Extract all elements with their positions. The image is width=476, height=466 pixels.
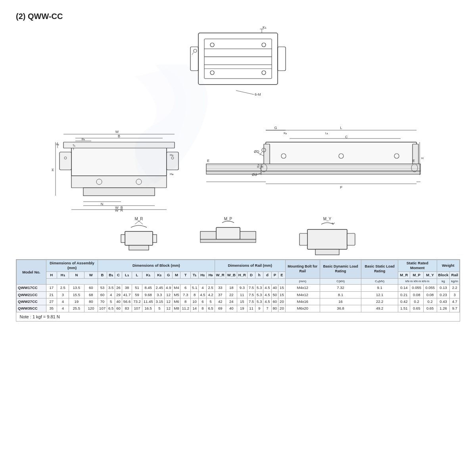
sub-HR: H_R [237,272,247,278]
data-cell: 0.65 [410,305,423,312]
sub-C: C [115,272,122,278]
data-cell: M4 [173,285,180,291]
data-cell: 3.3 [154,291,165,298]
data-cell: 16 [320,298,361,305]
data-cell: 4 [57,305,69,312]
svg-text:H: H [52,169,55,171]
svg-rect-99 [299,233,307,245]
sub-L1: L₁ [122,272,132,278]
svg-text:B: B [118,134,120,138]
svg-rect-98 [307,229,347,249]
sub-MY: M_Y [423,272,437,278]
unit-C: C(kN) [320,279,361,285]
svg-rect-26 [63,142,175,148]
svg-line-87 [135,221,139,224]
data-cell: 60 [98,291,107,298]
data-cell: 0.43 [437,298,450,305]
data-cell: 11 [247,305,255,312]
data-cell: 29 [115,291,122,298]
data-cell: 8 [180,298,191,305]
sub-T: T [180,272,191,278]
data-cell: 3.5 [107,285,115,291]
col-static-moment: Static Rated Moment [398,260,437,272]
svg-rect-25 [71,144,167,176]
data-cell: 5 [207,298,215,305]
col-dim-block: Dimensions of Block (mm) [98,260,215,272]
svg-point-9 [262,71,266,75]
data-cell: 9 [255,305,263,312]
data-cell: 59 [132,291,142,298]
svg-text:M_Y: M_Y [323,217,332,221]
data-cell: 6.5 [207,305,215,312]
svg-text:N: N [101,202,104,206]
svg-text:P: P [340,185,342,189]
svg-text:L₁: L₁ [325,131,328,135]
data-cell: 33 [215,285,226,291]
svg-rect-96 [200,239,256,243]
sub-B: B [98,272,107,278]
data-cell: 6 [180,285,191,291]
svg-text:W_R: W_R [115,208,123,212]
svg-rect-91 [153,235,157,243]
data-cell: M4x12 [285,291,320,298]
svg-line-17 [236,91,254,94]
data-cell: 50 [271,291,278,298]
svg-text:H₂: H₂ [170,153,173,157]
data-cell: 11.2 [180,305,191,312]
data-cell: 60 [84,285,98,291]
data-cell: 56.6 [122,298,132,305]
sub-MR: M_R [398,272,410,278]
data-cell: 7 [263,305,271,312]
unit-block-wt: kg [437,279,450,285]
sub-MP: M_P [410,272,423,278]
data-cell: 19 [69,298,84,305]
data-cell: 0.13 [437,285,450,291]
data-cell: 21 [46,291,57,298]
data-cell: 3 [57,291,69,298]
svg-text:H₁: H₁ [56,143,59,146]
data-cell: 3.15 [154,298,165,305]
data-cell: 6 [199,298,207,305]
model-cell: QWW27CC [17,298,46,305]
data-cell: 0.2 [423,298,437,305]
model-cell: QWW21CC [17,291,46,298]
svg-text:W: W [115,130,119,134]
data-cell: 2.5 [57,285,69,291]
sub-L: L [132,272,142,278]
data-cell: 15.5 [69,291,84,298]
data-cell: 10 [190,298,198,305]
model-cell: QWW17CC [17,285,46,291]
data-cell: 41.7 [122,291,132,298]
svg-text:ØD: ØD [254,150,259,154]
data-cell: 25.5 [69,305,84,312]
data-cell: 60 [271,298,278,305]
data-cell: 11 [237,291,247,298]
data-cell: 4.5 [263,291,271,298]
data-cell: 80 [84,298,98,305]
svg-rect-61 [206,171,420,174]
data-cell: 4.5 [263,285,271,291]
svg-text:H: H [421,156,424,160]
data-cell: 4.5 [199,291,207,298]
data-cell: 15 [237,298,247,305]
svg-text:K₂: K₂ [284,131,287,135]
svg-text:G: G [274,126,277,130]
sub-T1: T₁ [190,272,198,278]
data-cell: 49.2 [361,305,398,312]
data-cell: 5.3 [255,298,263,305]
data-cell: 5 [107,298,115,305]
svg-rect-92 [129,245,149,250]
svg-point-6 [210,43,214,47]
sub-H3: H₃ [207,272,215,278]
data-table: Model No. Dimensions of Assembly (mm) Di… [16,259,460,322]
sub-rail: Rail [450,272,460,278]
data-cell: 4 [199,285,207,291]
data-cell: 24 [226,298,237,305]
data-cell: 9.68 [142,291,154,298]
svg-text:T: T [73,148,75,150]
data-cell: 4.9 [165,285,173,291]
data-cell: 4 [57,298,69,305]
svg-rect-28 [83,188,155,196]
data-cell: 1.26 [437,305,450,312]
data-cell: 0.14 [398,285,410,291]
